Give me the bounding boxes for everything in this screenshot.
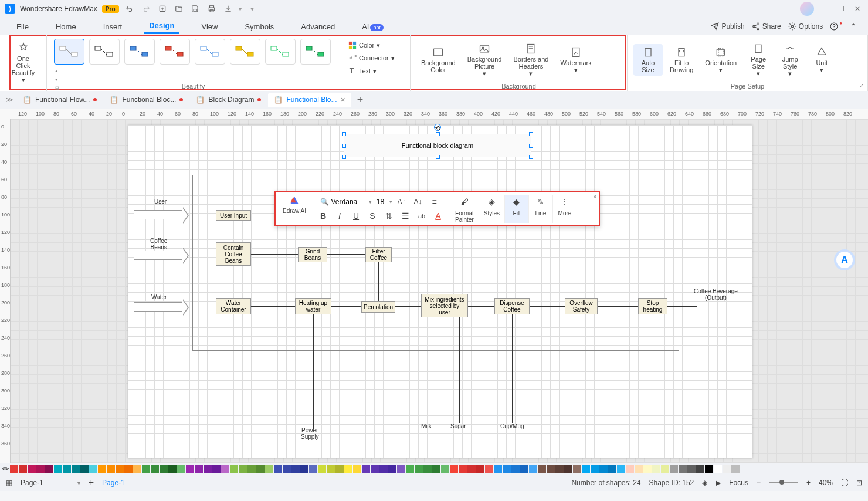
text-highlight-button[interactable]: ab <box>415 209 429 223</box>
arrow-beans[interactable] <box>134 250 184 260</box>
color-swatch[interactable] <box>63 465 71 473</box>
font-select[interactable]: Verdana <box>331 198 367 206</box>
theme-1[interactable] <box>54 39 84 65</box>
color-swatch[interactable] <box>459 465 467 473</box>
color-swatch[interactable] <box>116 465 124 473</box>
open-button[interactable] <box>173 3 185 15</box>
doc-tab-2[interactable]: 📋Block Diagram <box>190 93 267 106</box>
layers-icon[interactable]: ◈ <box>702 479 707 487</box>
more-button[interactable]: More <box>558 210 572 216</box>
tab-scroll[interactable]: ≫ <box>4 96 16 104</box>
block-heat[interactable]: Heating up water <box>295 298 331 314</box>
italic-button[interactable]: I <box>333 209 347 223</box>
font-shrink-button[interactable]: A↓ <box>411 195 425 209</box>
borders-button[interactable]: Borders and Headers ▾ <box>508 40 553 80</box>
color-swatch[interactable] <box>520 465 528 473</box>
doc-tab-0[interactable]: 📋Functional Flow... <box>17 93 103 106</box>
redo-button[interactable] <box>140 3 152 15</box>
color-swatch[interactable] <box>45 465 53 473</box>
help-button[interactable]: ● <box>830 22 843 31</box>
fit-drawing-button[interactable]: Fit to Drawing <box>665 44 698 76</box>
menu-symbols[interactable]: Symbols <box>240 20 279 33</box>
font-grow-button[interactable]: A↑ <box>395 195 409 209</box>
color-swatch[interactable] <box>265 465 273 473</box>
color-swatch[interactable] <box>511 465 520 473</box>
line-spacing-button[interactable]: ⇅ <box>382 209 396 223</box>
color-swatch[interactable] <box>212 465 221 473</box>
zoom-out-button[interactable]: − <box>757 479 761 487</box>
color-swatch[interactable] <box>467 465 476 473</box>
ft-ai-button[interactable]: Edraw AI <box>283 208 306 214</box>
publish-button[interactable]: Publish <box>711 22 744 31</box>
theme-2[interactable] <box>89 39 120 65</box>
save-button[interactable] <box>189 3 201 15</box>
color-swatch[interactable] <box>36 465 45 473</box>
color-swatch[interactable] <box>186 465 194 473</box>
block-mix[interactable]: Mix ingredients selected by user <box>421 294 468 317</box>
theme-5[interactable] <box>195 39 225 65</box>
zoom-in-button[interactable]: + <box>806 479 811 487</box>
block-contain[interactable]: Contain Coffee Beans <box>216 242 251 266</box>
orientation-button[interactable]: Orientation ▾ <box>700 44 741 76</box>
page-select[interactable]: Page-1▾ <box>21 479 80 487</box>
zoom-slider[interactable] <box>769 482 798 483</box>
color-swatch[interactable] <box>652 465 660 473</box>
color-swatch[interactable] <box>555 465 564 473</box>
block-grind[interactable]: Grind Beans <box>298 247 327 262</box>
bg-picture-button[interactable]: Background Picture ▾ <box>463 40 507 80</box>
color-swatch[interactable] <box>151 465 159 473</box>
watermark-button[interactable]: Watermark ▾ <box>555 44 596 76</box>
color-swatch[interactable] <box>54 465 62 473</box>
color-swatch[interactable] <box>696 465 704 473</box>
color-swatch[interactable] <box>635 465 643 473</box>
assist-button[interactable]: A <box>834 249 855 270</box>
color-swatch[interactable] <box>661 465 669 473</box>
line-icon[interactable]: ✎ <box>534 195 548 209</box>
doc-tab-1[interactable]: 📋Functional Bloc... <box>104 93 189 106</box>
color-swatch[interactable] <box>72 465 80 473</box>
theme-6[interactable] <box>230 39 260 65</box>
color-swatch[interactable] <box>626 465 634 473</box>
styles-icon[interactable]: ◈ <box>484 195 499 209</box>
color-swatch[interactable] <box>538 465 546 473</box>
menu-insert[interactable]: Insert <box>99 20 127 33</box>
minimize-button[interactable]: — <box>819 3 830 15</box>
collapse-ribbon-button[interactable]: ⌃ <box>850 22 856 31</box>
color-swatch[interactable] <box>204 465 212 473</box>
font-search-icon[interactable]: 🔍 <box>320 198 329 206</box>
block-dispense[interactable]: Dispense Coffee <box>494 298 530 314</box>
color-swatch[interactable] <box>256 465 265 473</box>
text-button[interactable]: TText ▾ <box>346 66 404 76</box>
block-overflow[interactable]: Overflow Safety <box>565 298 598 314</box>
color-swatch[interactable] <box>230 465 238 473</box>
unit-button[interactable]: Unit ▾ <box>807 44 836 76</box>
auto-size-button[interactable]: Auto Size <box>633 44 663 76</box>
share-button[interactable]: Share <box>752 22 781 31</box>
color-swatch[interactable] <box>327 465 335 473</box>
color-swatch[interactable] <box>564 465 572 473</box>
color-swatch[interactable] <box>371 465 379 473</box>
color-swatch[interactable] <box>239 465 247 473</box>
theme-3[interactable] <box>124 39 155 65</box>
menu-ai[interactable]: AIhot <box>357 20 388 33</box>
theme-up[interactable]: ▴ <box>55 68 59 73</box>
undo-button[interactable] <box>124 3 135 15</box>
strike-button[interactable]: S <box>365 209 379 223</box>
color-swatch[interactable] <box>379 465 388 473</box>
theme-down[interactable]: ▾ <box>55 77 59 82</box>
color-swatch[interactable] <box>362 465 370 473</box>
fullscreen-icon[interactable]: ⊡ <box>856 479 862 487</box>
color-swatch[interactable] <box>617 465 625 473</box>
color-swatch[interactable] <box>441 465 449 473</box>
menu-advanced[interactable]: Advanced <box>296 20 340 33</box>
color-swatch[interactable] <box>247 465 256 473</box>
color-swatch[interactable] <box>335 465 344 473</box>
color-swatch[interactable] <box>591 465 599 473</box>
color-swatch[interactable] <box>291 465 300 473</box>
page-size-button[interactable]: Page Size ▾ <box>744 40 773 80</box>
page-layout-icon[interactable]: ▦ <box>6 479 12 487</box>
block-stop[interactable]: Stop heating <box>638 298 667 314</box>
menu-home[interactable]: Home <box>51 20 81 33</box>
color-swatch[interactable] <box>124 465 133 473</box>
color-swatch[interactable] <box>714 465 722 473</box>
